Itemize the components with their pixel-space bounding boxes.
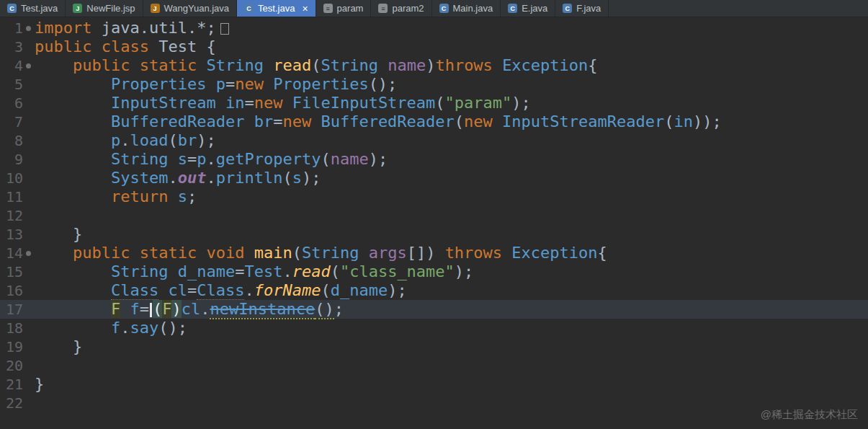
code-line[interactable]: 1import java.util.*;: [0, 19, 868, 37]
code-token: name: [331, 150, 369, 168]
tab-wangyuan-java[interactable]: JWangYuan.java: [143, 0, 238, 17]
code-token: {: [588, 56, 597, 74]
code-line[interactable]: 19 }: [0, 337, 868, 356]
code-text: System.out.println(s);: [35, 169, 321, 187]
code-token: }: [35, 225, 82, 243]
tab-close-icon[interactable]: ×: [302, 4, 308, 14]
code-line[interactable]: 16 Class cl=Class.forName(d_name);: [0, 281, 868, 300]
code-token: Test {: [149, 37, 216, 56]
code-line[interactable]: 22: [0, 394, 868, 412]
code-line[interactable]: 9 String s=p.getProperty(name);: [0, 150, 868, 169]
code-line[interactable]: 4 public static String read(String name)…: [0, 56, 868, 75]
code-line[interactable]: 15 String d_name=Test.read("class_name")…: [0, 262, 868, 281]
gutter[interactable]: 21: [0, 375, 33, 394]
tab-test-java[interactable]: CTest.java: [0, 0, 66, 17]
gutter[interactable]: 8: [0, 131, 33, 150]
code-token: BufferedReader: [321, 112, 454, 131]
watermark: @稀土掘金技术社区: [761, 408, 858, 422]
code-token: p: [197, 150, 206, 168]
code-line[interactable]: 17 F f=(F)cl.newInstance();: [0, 300, 868, 319]
code-text: p.load(br);: [35, 131, 216, 150]
gutter[interactable]: 6: [0, 94, 33, 112]
code-token: F: [111, 300, 120, 318]
line-number: 14: [0, 244, 23, 262]
code-line[interactable]: 7 BufferedReader br=new BufferedReader(n…: [0, 112, 868, 131]
code-token: =: [187, 281, 197, 299]
gutter[interactable]: 3: [0, 37, 33, 56]
code-token: Class: [111, 281, 158, 300]
gutter[interactable]: 9: [0, 150, 33, 169]
java-file-icon: J: [151, 4, 160, 13]
code-line[interactable]: 8 p.load(br);: [0, 131, 868, 150]
code-text: public static void main(String args[]) t…: [35, 244, 607, 262]
tab-label: WangYuan.java: [164, 3, 230, 14]
gutter-marker-icon: [26, 251, 31, 256]
ide-window: CTest.javaJNewFile.jspJWangYuan.javaCTes…: [0, 0, 868, 412]
tab-main-java[interactable]: CMain.java: [432, 0, 501, 17]
gutter[interactable]: 4: [0, 56, 33, 75]
code-token: static: [140, 56, 197, 74]
line-number: 15: [0, 262, 23, 281]
code-token: (: [321, 281, 330, 299]
code-token: Exception: [502, 56, 588, 74]
gutter[interactable]: 16: [0, 281, 33, 300]
gutter[interactable]: 18: [0, 319, 33, 337]
code-token: in: [674, 112, 694, 131]
code-token: [216, 94, 225, 112]
code-text: }: [35, 337, 82, 356]
tab-param[interactable]: ≡param: [316, 0, 372, 17]
code-token: [35, 300, 111, 318]
tab-param2[interactable]: ≡param2: [371, 0, 431, 17]
gutter[interactable]: 17: [0, 300, 33, 319]
code-line[interactable]: 13 }: [0, 225, 868, 244]
gutter[interactable]: 7: [0, 112, 33, 131]
code-line[interactable]: 20: [0, 356, 868, 375]
gutter[interactable]: 10: [0, 169, 33, 187]
gutter[interactable]: 12: [0, 206, 33, 225]
gutter[interactable]: 15: [0, 262, 33, 281]
gutter[interactable]: 13: [0, 225, 33, 244]
code-token: args: [369, 244, 407, 262]
code-line[interactable]: 6 InputStream in=new FileInputStream("pa…: [0, 94, 868, 112]
code-line[interactable]: 11 return s;: [0, 187, 868, 206]
code-line[interactable]: 3public class Test {: [0, 37, 868, 56]
gutter[interactable]: 5: [0, 75, 33, 94]
code-token: (): [315, 300, 334, 319]
java-class-icon: C: [439, 4, 449, 13]
gutter[interactable]: 20: [0, 356, 33, 375]
code-token: read: [292, 262, 331, 280]
gutter[interactable]: 11: [0, 187, 33, 206]
code-token: Test: [244, 262, 282, 280]
tab-e-java[interactable]: CE.java: [501, 0, 555, 17]
code-token: [158, 281, 168, 299]
line-number: 1: [0, 19, 23, 37]
gutter[interactable]: 14: [0, 244, 33, 262]
code-token: Properties: [273, 75, 368, 93]
code-line[interactable]: 21}: [0, 375, 868, 394]
tab-label: E.java: [522, 3, 547, 14]
code-line[interactable]: 14 public static void main(String args[]…: [0, 244, 868, 262]
line-number: 21: [0, 375, 23, 394]
code-line[interactable]: 12: [0, 206, 868, 225]
tab-newfile-jsp[interactable]: JNewFile.jsp: [66, 0, 143, 17]
code-token: [244, 244, 254, 262]
code-token: p: [216, 75, 225, 93]
code-token: new: [464, 112, 493, 131]
code-token: [35, 281, 111, 299]
folded-region-icon[interactable]: [220, 23, 229, 35]
code-token: throws: [435, 56, 492, 74]
code-line[interactable]: 5 Properties p=new Properties();: [0, 75, 868, 94]
tab-test-java[interactable]: CTest.java×: [237, 0, 316, 17]
gutter[interactable]: 1: [0, 19, 33, 37]
code-line[interactable]: 10 System.out.println(s);: [0, 169, 868, 187]
gutter[interactable]: 22: [0, 394, 33, 412]
code-token: import: [35, 19, 91, 37]
code-line[interactable]: 18 f.say();: [0, 319, 868, 337]
tab-f-java[interactable]: CF.java: [555, 0, 609, 17]
gutter[interactable]: 19: [0, 337, 33, 356]
code-token: cl: [182, 300, 201, 318]
code-text: String s=p.getProperty(name);: [35, 150, 388, 169]
code-token: f: [130, 300, 139, 318]
code-token: [35, 56, 73, 74]
line-number: 16: [0, 281, 23, 300]
